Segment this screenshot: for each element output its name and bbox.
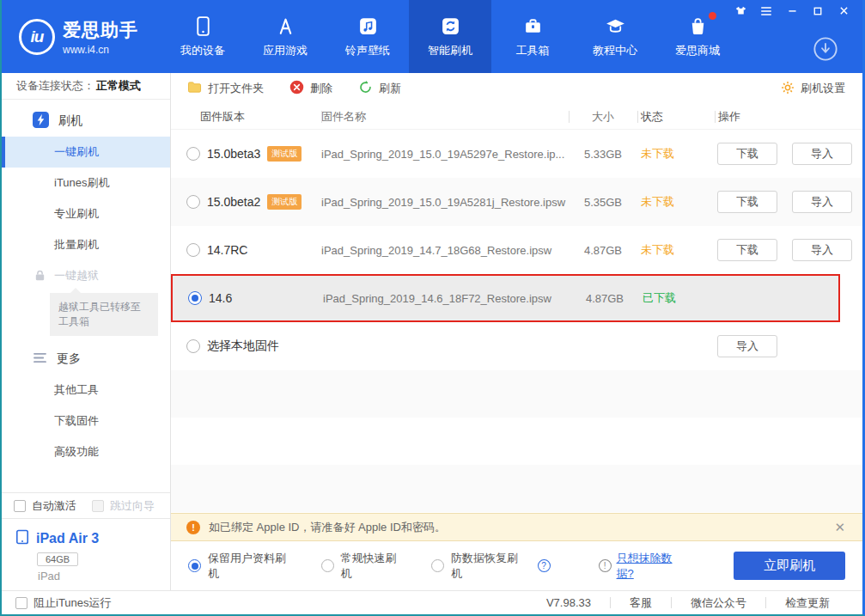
- flash-now-button[interactable]: 立即刷机: [734, 552, 845, 580]
- radio-keep-user-data[interactable]: 保留用户资料刷机: [188, 551, 297, 582]
- column-header: 大小: [569, 104, 637, 129]
- import-button[interactable]: 导入: [792, 239, 852, 261]
- nav-item-ringtones-wallpapers[interactable]: 铃声壁纸: [326, 0, 409, 73]
- auto-activate-checkbox[interactable]: 自动激活: [14, 498, 76, 514]
- block-itunes-checkbox[interactable]: 阻止iTunes运行: [15, 595, 112, 611]
- erase-data-link[interactable]: ! 只想抹除数据?: [599, 551, 690, 582]
- download-button[interactable]: 下载: [717, 191, 777, 213]
- device-capacity-badge: 64GB: [37, 552, 78, 566]
- device-status-label: 设备连接状态：: [16, 78, 94, 94]
- column-header: 固件版本: [171, 104, 321, 129]
- firmware-toolbar: 打开文件夹 删除 刷新 刷机设置: [171, 73, 862, 104]
- firmware-filename: iPad_Spring_2019_15.0_19A5281j_Restore.i…: [321, 196, 569, 209]
- sidebar-section-more[interactable]: 更多: [2, 343, 170, 375]
- radio-icon: [431, 559, 444, 572]
- sidebar-item-pro-flash[interactable]: 专业刷机: [2, 198, 170, 229]
- toolbox-icon: [522, 15, 544, 37]
- warning-icon: !: [186, 521, 200, 534]
- device-status-value: 正常模式: [96, 78, 141, 94]
- flash-settings-button[interactable]: 刷机设置: [781, 81, 845, 97]
- sidebar-section-flash[interactable]: 刷机: [2, 105, 170, 137]
- firmware-row[interactable]: 14.7RC iPad_Spring_2019_14.7_18G68_Resto…: [171, 226, 862, 274]
- refresh-icon: [358, 80, 373, 97]
- device-connection-status: 设备连接状态： 正常模式: [2, 73, 170, 100]
- menu-button[interactable]: [758, 4, 775, 20]
- table-empty-area: [171, 370, 862, 513]
- app-version: V7.98.33: [546, 596, 610, 609]
- app-url: www.i4.cn: [63, 44, 138, 56]
- firmware-status: 未下载: [637, 242, 715, 258]
- firmware-size: 5.33GB: [569, 148, 637, 161]
- firmware-row[interactable]: 14.6 iPad_Spring_2019_14.6_18F72_Restore…: [171, 274, 840, 322]
- sidebar-item-one-click-flash[interactable]: 一键刷机: [2, 137, 170, 168]
- store-icon: [687, 15, 709, 37]
- import-button[interactable]: 导入: [717, 335, 777, 357]
- row-radio[interactable]: [186, 339, 200, 353]
- statusbar-link[interactable]: 检查更新: [766, 595, 849, 611]
- sidebar-item-advanced-features[interactable]: 高级功能: [2, 436, 170, 467]
- tutorial-icon: [605, 15, 626, 37]
- nav-item-smart-flash[interactable]: 智能刷机: [409, 0, 491, 73]
- device-name: iPad Air 3: [36, 531, 99, 546]
- open-folder-button[interactable]: 打开文件夹: [187, 81, 264, 96]
- top-nav: 我的设备 应用游戏 铃声壁纸 智能刷机 工具箱 教程中心 爱思商城: [161, 0, 739, 73]
- app-title: 爱思助手: [63, 18, 138, 42]
- maximize-button[interactable]: [809, 4, 826, 20]
- import-button[interactable]: 导入: [792, 143, 852, 165]
- download-button[interactable]: 下载: [717, 143, 777, 165]
- delete-icon: [289, 80, 304, 97]
- firmware-filename: iPad_Spring_2019_14.7_18G68_Restore.ipsw: [321, 244, 569, 257]
- help-icon[interactable]: ?: [538, 559, 551, 572]
- app-logo: iu 爱思助手 www.i4.cn: [2, 0, 161, 73]
- statusbar-link[interactable]: 客服: [611, 595, 671, 611]
- sidebar-item-itunes-flash[interactable]: iTunes刷机: [2, 168, 170, 198]
- row-actions: 下载导入: [715, 239, 862, 261]
- nav-item-tutorials[interactable]: 教程中心: [574, 0, 656, 73]
- nav-item-apps-games[interactable]: 应用游戏: [244, 0, 326, 73]
- sidebar-item-download-firmware[interactable]: 下载固件: [2, 406, 170, 436]
- sidebar-item-batch-flash[interactable]: 批量刷机: [2, 229, 170, 260]
- firmware-version: 15.0beta2: [207, 195, 260, 209]
- delete-button[interactable]: 删除: [289, 80, 332, 97]
- checkbox-icon: [15, 597, 27, 609]
- download-button[interactable]: 下载: [717, 239, 777, 261]
- sidebar-menu: 刷机一键刷机iTunes刷机专业刷机批量刷机一键越狱越狱工具已转移至工具箱更多其…: [2, 100, 170, 492]
- jailbreak-note: 越狱工具已转移至工具箱: [50, 293, 158, 336]
- status-bar: 阻止iTunes运行 V7.98.33客服微信公众号检查更新: [2, 590, 862, 614]
- shirt-icon: [735, 5, 746, 19]
- close-icon[interactable]: ✕: [831, 520, 849, 535]
- nav-item-my-devices[interactable]: 我的设备: [161, 0, 244, 73]
- radio-normal-quick-flash[interactable]: 常规快速刷机: [321, 551, 408, 582]
- row-actions: 下载导入: [715, 191, 862, 213]
- nav-item-store[interactable]: 爱思商城: [656, 0, 739, 73]
- refresh-button[interactable]: 刷新: [358, 80, 401, 97]
- row-radio[interactable]: [186, 147, 200, 161]
- row-radio[interactable]: [186, 243, 200, 257]
- titlebar: iu 爱思助手 www.i4.cn 我的设备 应用游戏 铃声壁纸 智能刷机 工具…: [2, 0, 862, 73]
- firmware-row[interactable]: 选择本地固件 导入: [171, 322, 862, 370]
- app-window: iu 爱思助手 www.i4.cn 我的设备 应用游戏 铃声壁纸 智能刷机 工具…: [0, 0, 865, 616]
- row-actions: 下载导入: [715, 143, 862, 165]
- firmware-row[interactable]: 15.0beta2 测试版 iPad_Spring_2019_15.0_19A5…: [171, 178, 862, 226]
- row-radio[interactable]: [186, 195, 200, 209]
- firmware-filename: iPad_Spring_2019_15.0_19A5297e_Restore.i…: [321, 148, 569, 161]
- notice-bar: ! 如已绑定 Apple ID，请准备好 Apple ID和密码。 ✕: [171, 513, 862, 541]
- ipad-icon: [15, 529, 29, 547]
- minimize-button[interactable]: [783, 4, 801, 20]
- import-button[interactable]: 导入: [792, 191, 852, 213]
- sidebar-item-other-tools[interactable]: 其他工具: [2, 375, 170, 406]
- firmware-version: 14.7RC: [207, 243, 247, 257]
- notification-dot: [709, 12, 716, 20]
- close-button[interactable]: [835, 4, 852, 20]
- download-manager-icon[interactable]: [813, 36, 838, 64]
- music-icon: [357, 15, 379, 37]
- radio-anti-data-recovery-flash[interactable]: 防数据恢复刷机 ?: [431, 551, 550, 582]
- nav-item-toolbox[interactable]: 工具箱: [491, 0, 574, 73]
- statusbar-link[interactable]: 微信公众号: [672, 595, 765, 611]
- skin-button[interactable]: [732, 4, 749, 20]
- notice-text: 如已绑定 Apple ID，请准备好 Apple ID和密码。: [209, 520, 822, 535]
- row-radio[interactable]: [188, 291, 202, 305]
- firmware-status: 已下载: [639, 290, 716, 306]
- flash-icon: [33, 112, 49, 131]
- firmware-row[interactable]: 15.0beta3 测试版 iPad_Spring_2019_15.0_19A5…: [171, 130, 862, 178]
